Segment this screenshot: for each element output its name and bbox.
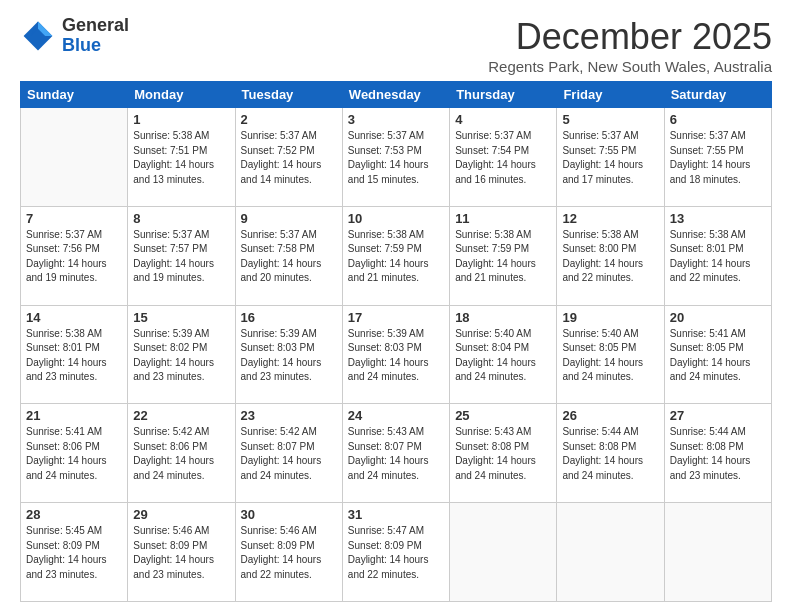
day-info: Sunrise: 5:38 AM Sunset: 8:01 PM Dayligh…: [670, 228, 766, 286]
table-row: 7Sunrise: 5:37 AM Sunset: 7:56 PM Daylig…: [21, 206, 128, 305]
table-row: 23Sunrise: 5:42 AM Sunset: 8:07 PM Dayli…: [235, 404, 342, 503]
table-row: 6Sunrise: 5:37 AM Sunset: 7:55 PM Daylig…: [664, 108, 771, 207]
day-number: 24: [348, 408, 444, 423]
day-number: 10: [348, 211, 444, 226]
col-thursday: Thursday: [450, 82, 557, 108]
table-row: 29Sunrise: 5:46 AM Sunset: 8:09 PM Dayli…: [128, 503, 235, 602]
table-row: 2Sunrise: 5:37 AM Sunset: 7:52 PM Daylig…: [235, 108, 342, 207]
day-info: Sunrise: 5:43 AM Sunset: 8:07 PM Dayligh…: [348, 425, 444, 483]
table-row: 20Sunrise: 5:41 AM Sunset: 8:05 PM Dayli…: [664, 305, 771, 404]
logo-blue: Blue: [62, 35, 101, 55]
day-info: Sunrise: 5:40 AM Sunset: 8:05 PM Dayligh…: [562, 327, 658, 385]
table-row: 25Sunrise: 5:43 AM Sunset: 8:08 PM Dayli…: [450, 404, 557, 503]
table-row: 3Sunrise: 5:37 AM Sunset: 7:53 PM Daylig…: [342, 108, 449, 207]
day-info: Sunrise: 5:37 AM Sunset: 7:57 PM Dayligh…: [133, 228, 229, 286]
day-info: Sunrise: 5:46 AM Sunset: 8:09 PM Dayligh…: [241, 524, 337, 582]
day-number: 31: [348, 507, 444, 522]
logo-icon: [20, 18, 56, 54]
table-row: 9Sunrise: 5:37 AM Sunset: 7:58 PM Daylig…: [235, 206, 342, 305]
day-info: Sunrise: 5:38 AM Sunset: 7:59 PM Dayligh…: [455, 228, 551, 286]
table-row: 28Sunrise: 5:45 AM Sunset: 8:09 PM Dayli…: [21, 503, 128, 602]
day-info: Sunrise: 5:44 AM Sunset: 8:08 PM Dayligh…: [562, 425, 658, 483]
table-row: 26Sunrise: 5:44 AM Sunset: 8:08 PM Dayli…: [557, 404, 664, 503]
calendar-week-row: 1Sunrise: 5:38 AM Sunset: 7:51 PM Daylig…: [21, 108, 772, 207]
day-info: Sunrise: 5:41 AM Sunset: 8:06 PM Dayligh…: [26, 425, 122, 483]
day-info: Sunrise: 5:37 AM Sunset: 7:53 PM Dayligh…: [348, 129, 444, 187]
table-row: 4Sunrise: 5:37 AM Sunset: 7:54 PM Daylig…: [450, 108, 557, 207]
day-info: Sunrise: 5:44 AM Sunset: 8:08 PM Dayligh…: [670, 425, 766, 483]
day-number: 14: [26, 310, 122, 325]
day-number: 21: [26, 408, 122, 423]
col-saturday: Saturday: [664, 82, 771, 108]
col-sunday: Sunday: [21, 82, 128, 108]
table-row: 22Sunrise: 5:42 AM Sunset: 8:06 PM Dayli…: [128, 404, 235, 503]
day-info: Sunrise: 5:38 AM Sunset: 8:01 PM Dayligh…: [26, 327, 122, 385]
day-number: 28: [26, 507, 122, 522]
table-row: 24Sunrise: 5:43 AM Sunset: 8:07 PM Dayli…: [342, 404, 449, 503]
day-info: Sunrise: 5:45 AM Sunset: 8:09 PM Dayligh…: [26, 524, 122, 582]
table-row: [450, 503, 557, 602]
logo-general: General: [62, 15, 129, 35]
col-tuesday: Tuesday: [235, 82, 342, 108]
day-number: 11: [455, 211, 551, 226]
calendar-week-row: 28Sunrise: 5:45 AM Sunset: 8:09 PM Dayli…: [21, 503, 772, 602]
day-number: 7: [26, 211, 122, 226]
day-info: Sunrise: 5:38 AM Sunset: 7:59 PM Dayligh…: [348, 228, 444, 286]
day-number: 8: [133, 211, 229, 226]
day-info: Sunrise: 5:37 AM Sunset: 7:55 PM Dayligh…: [562, 129, 658, 187]
day-number: 6: [670, 112, 766, 127]
day-number: 5: [562, 112, 658, 127]
day-info: Sunrise: 5:37 AM Sunset: 7:55 PM Dayligh…: [670, 129, 766, 187]
day-info: Sunrise: 5:47 AM Sunset: 8:09 PM Dayligh…: [348, 524, 444, 582]
table-row: 12Sunrise: 5:38 AM Sunset: 8:00 PM Dayli…: [557, 206, 664, 305]
table-row: 16Sunrise: 5:39 AM Sunset: 8:03 PM Dayli…: [235, 305, 342, 404]
day-info: Sunrise: 5:38 AM Sunset: 7:51 PM Dayligh…: [133, 129, 229, 187]
calendar-week-row: 7Sunrise: 5:37 AM Sunset: 7:56 PM Daylig…: [21, 206, 772, 305]
table-row: 13Sunrise: 5:38 AM Sunset: 8:01 PM Dayli…: [664, 206, 771, 305]
col-friday: Friday: [557, 82, 664, 108]
day-number: 29: [133, 507, 229, 522]
day-number: 17: [348, 310, 444, 325]
month-title: December 2025: [488, 16, 772, 58]
table-row: [557, 503, 664, 602]
day-number: 26: [562, 408, 658, 423]
table-row: [21, 108, 128, 207]
calendar-week-row: 14Sunrise: 5:38 AM Sunset: 8:01 PM Dayli…: [21, 305, 772, 404]
table-row: 17Sunrise: 5:39 AM Sunset: 8:03 PM Dayli…: [342, 305, 449, 404]
day-number: 22: [133, 408, 229, 423]
page: General Blue December 2025 Regents Park,…: [0, 0, 792, 612]
day-number: 27: [670, 408, 766, 423]
logo: General Blue: [20, 16, 129, 56]
table-row: 11Sunrise: 5:38 AM Sunset: 7:59 PM Dayli…: [450, 206, 557, 305]
day-info: Sunrise: 5:37 AM Sunset: 7:58 PM Dayligh…: [241, 228, 337, 286]
table-row: 1Sunrise: 5:38 AM Sunset: 7:51 PM Daylig…: [128, 108, 235, 207]
day-info: Sunrise: 5:39 AM Sunset: 8:03 PM Dayligh…: [241, 327, 337, 385]
day-number: 3: [348, 112, 444, 127]
day-number: 16: [241, 310, 337, 325]
day-info: Sunrise: 5:39 AM Sunset: 8:03 PM Dayligh…: [348, 327, 444, 385]
logo-text: General Blue: [62, 16, 129, 56]
day-number: 15: [133, 310, 229, 325]
day-info: Sunrise: 5:39 AM Sunset: 8:02 PM Dayligh…: [133, 327, 229, 385]
day-number: 25: [455, 408, 551, 423]
table-row: 5Sunrise: 5:37 AM Sunset: 7:55 PM Daylig…: [557, 108, 664, 207]
table-row: 30Sunrise: 5:46 AM Sunset: 8:09 PM Dayli…: [235, 503, 342, 602]
table-row: 21Sunrise: 5:41 AM Sunset: 8:06 PM Dayli…: [21, 404, 128, 503]
day-number: 20: [670, 310, 766, 325]
table-row: [664, 503, 771, 602]
day-info: Sunrise: 5:40 AM Sunset: 8:04 PM Dayligh…: [455, 327, 551, 385]
day-number: 9: [241, 211, 337, 226]
day-info: Sunrise: 5:42 AM Sunset: 8:07 PM Dayligh…: [241, 425, 337, 483]
day-number: 2: [241, 112, 337, 127]
day-number: 23: [241, 408, 337, 423]
day-number: 13: [670, 211, 766, 226]
day-info: Sunrise: 5:41 AM Sunset: 8:05 PM Dayligh…: [670, 327, 766, 385]
day-info: Sunrise: 5:42 AM Sunset: 8:06 PM Dayligh…: [133, 425, 229, 483]
location-subtitle: Regents Park, New South Wales, Australia: [488, 58, 772, 75]
table-row: 27Sunrise: 5:44 AM Sunset: 8:08 PM Dayli…: [664, 404, 771, 503]
calendar-table: Sunday Monday Tuesday Wednesday Thursday…: [20, 81, 772, 602]
title-block: December 2025 Regents Park, New South Wa…: [488, 16, 772, 75]
table-row: 19Sunrise: 5:40 AM Sunset: 8:05 PM Dayli…: [557, 305, 664, 404]
header: General Blue December 2025 Regents Park,…: [20, 16, 772, 75]
table-row: 15Sunrise: 5:39 AM Sunset: 8:02 PM Dayli…: [128, 305, 235, 404]
